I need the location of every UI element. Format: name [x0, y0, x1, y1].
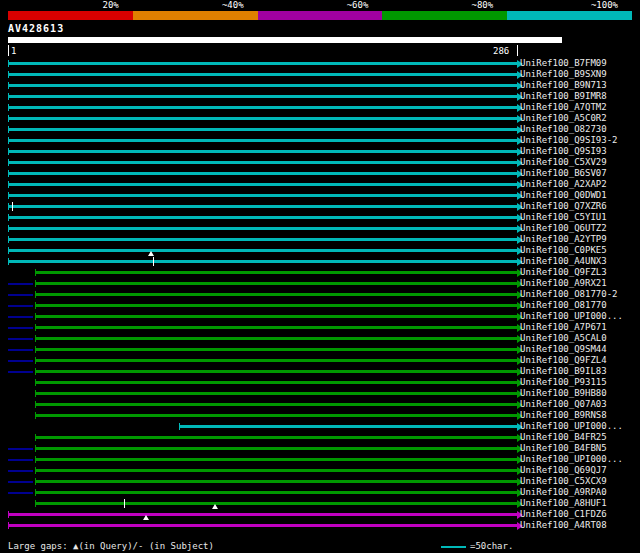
bar-start-tick [8, 93, 9, 100]
alignment-bar[interactable] [35, 326, 517, 329]
hit-label[interactable]: UniRef100_UPI000... [520, 421, 623, 432]
alignment-bar[interactable] [35, 293, 517, 296]
hit-label[interactable]: UniRef100_A7QTM2 [520, 102, 607, 113]
alignment-bar[interactable] [35, 392, 517, 395]
hit-label[interactable]: UniRef100_A5C0R2 [520, 113, 607, 124]
hit-label[interactable]: UniRef100_O82730 [520, 124, 607, 135]
alignment-bar[interactable] [35, 359, 517, 362]
hit-label[interactable]: UniRef100_P93115 [520, 377, 607, 388]
alignment-bar[interactable] [35, 436, 517, 439]
alignment-bar[interactable] [8, 150, 517, 153]
alignment-bar[interactable] [8, 117, 517, 120]
alignment-bar[interactable] [8, 62, 517, 65]
hit-label[interactable]: UniRef100_A4RT08 [520, 520, 607, 531]
hit-label[interactable]: UniRef100_A8HUF1 [520, 498, 607, 509]
alignment-bar[interactable] [179, 425, 517, 428]
hit-label[interactable]: UniRef100_B9IL83 [520, 366, 607, 377]
alignment-bar[interactable] [35, 381, 517, 384]
hit-label[interactable]: UniRef100_B4FR25 [520, 432, 607, 443]
alignment-bar[interactable] [8, 227, 517, 230]
alignment-bar[interactable] [35, 348, 517, 351]
hit-label[interactable]: UniRef100_A4UNX3 [520, 256, 607, 267]
hit-label[interactable]: UniRef100_B7FM09 [520, 58, 607, 69]
alignment-bar[interactable] [35, 304, 517, 307]
hit-label[interactable]: UniRef100_Q9SI93-2 [520, 135, 618, 146]
gap-triangle-icon [143, 515, 149, 520]
position-ruler: 1 286 [0, 45, 640, 57]
query-bar [8, 37, 562, 43]
alignment-bar[interactable] [8, 183, 517, 186]
alignment-bar[interactable] [8, 216, 517, 219]
hit-label[interactable]: UniRef100_B6SV07 [520, 168, 607, 179]
bar-start-tick [35, 500, 36, 507]
alignment-row: UniRef100_UPI000... [0, 454, 640, 465]
hit-label[interactable]: UniRef100_B9RNS8 [520, 410, 607, 421]
alignment-bar[interactable] [8, 238, 517, 241]
alignment-bar[interactable] [35, 414, 517, 417]
alignment-track [8, 267, 517, 278]
alignment-bar[interactable] [35, 403, 517, 406]
low-score-segment [8, 481, 33, 483]
alignment-bar[interactable] [8, 249, 517, 252]
hit-label[interactable]: UniRef100_Q07A03 [520, 399, 607, 410]
alignment-bar[interactable] [8, 172, 517, 175]
hit-label[interactable]: UniRef100_A2XAP2 [520, 179, 607, 190]
alignment-bar[interactable] [35, 480, 517, 483]
hit-label[interactable]: UniRef100_O81770-2 [520, 289, 618, 300]
hit-label[interactable]: UniRef100_Q0DWD1 [520, 190, 607, 201]
alignment-bar[interactable] [35, 271, 517, 274]
hit-label[interactable]: UniRef100_Q9FZL4 [520, 355, 607, 366]
alignment-bar[interactable] [8, 106, 517, 109]
hit-label[interactable]: UniRef100_B9N713 [520, 80, 607, 91]
alignment-bar[interactable] [35, 282, 517, 285]
alignment-bar[interactable] [35, 491, 517, 494]
hit-label[interactable]: UniRef100_C1FDZ6 [520, 509, 607, 520]
alignment-bar[interactable] [35, 370, 517, 373]
alignment-row: UniRef100_P93115 [0, 377, 640, 388]
hit-label[interactable]: UniRef100_A2YTP9 [520, 234, 607, 245]
alignment-bar[interactable] [8, 139, 517, 142]
hit-label[interactable]: UniRef100_C5XCX9 [520, 476, 607, 487]
hit-label[interactable]: UniRef100_B9SXN9 [520, 69, 607, 80]
alignment-bar[interactable] [35, 469, 517, 472]
bar-start-tick [35, 313, 36, 320]
alignment-bar[interactable] [35, 458, 517, 461]
alignment-bar[interactable] [8, 95, 517, 98]
hit-label[interactable]: UniRef100_A9RX21 [520, 278, 607, 289]
alignment-bar[interactable] [8, 161, 517, 164]
hit-label[interactable]: UniRef100_B4FBN5 [520, 443, 607, 454]
alignment-track [8, 212, 517, 223]
alignment-row: UniRef100_A7P671 [0, 322, 640, 333]
hit-label[interactable]: UniRef100_UPI000... [520, 311, 623, 322]
hit-label[interactable]: UniRef100_Q69QJ7 [520, 465, 607, 476]
alignment-bar[interactable] [8, 84, 517, 87]
alignment-bar[interactable] [8, 524, 517, 527]
alignment-bar[interactable] [8, 260, 517, 263]
hit-label[interactable]: UniRef100_Q9SI93 [520, 146, 607, 157]
low-score-segment [8, 492, 33, 494]
alignment-bar[interactable] [8, 513, 517, 516]
alignment-bar[interactable] [35, 315, 517, 318]
hit-label[interactable]: UniRef100_A9RPA0 [520, 487, 607, 498]
alignment-bar[interactable] [8, 205, 517, 208]
hit-label[interactable]: UniRef100_Q9SM44 [520, 344, 607, 355]
hit-label[interactable]: UniRef100_Q6UTZ2 [520, 223, 607, 234]
hit-label[interactable]: UniRef100_C0PKE5 [520, 245, 607, 256]
hit-label[interactable]: UniRef100_O81770 [520, 300, 607, 311]
alignment-bar[interactable] [8, 128, 517, 131]
hit-label[interactable]: UniRef100_UPI000... [520, 454, 623, 465]
hit-label[interactable]: UniRef100_A7P671 [520, 322, 607, 333]
hit-label[interactable]: UniRef100_B9HB80 [520, 388, 607, 399]
alignment-bar[interactable] [35, 447, 517, 450]
hit-label[interactable]: UniRef100_Q7XZR6 [520, 201, 607, 212]
hit-label[interactable]: UniRef100_Q9FZL3 [520, 267, 607, 278]
hit-label[interactable]: UniRef100_A5CAL0 [520, 333, 607, 344]
hit-label[interactable]: UniRef100_C5XV29 [520, 157, 607, 168]
hit-label[interactable]: UniRef100_B9IMR8 [520, 91, 607, 102]
alignment-bar[interactable] [8, 194, 517, 197]
alignment-bar[interactable] [8, 73, 517, 76]
hit-label[interactable]: UniRef100_C5YIU1 [520, 212, 607, 223]
alignment-bar[interactable] [35, 337, 517, 340]
alignment-bar[interactable] [35, 502, 517, 505]
alignment-track [8, 289, 517, 300]
